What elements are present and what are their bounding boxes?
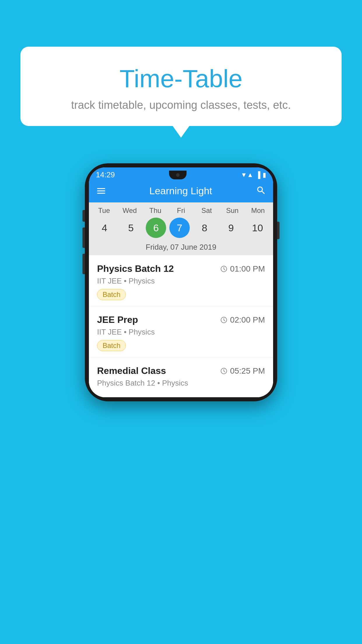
day-numbers-row: 45678910	[89, 215, 273, 241]
volume-up-button	[82, 228, 85, 248]
hamburger-line-1	[97, 188, 105, 189]
clock-icon	[220, 265, 228, 273]
wifi-icon: ▼▲	[241, 171, 254, 179]
hamburger-line-2	[97, 190, 105, 191]
calendar-day-number[interactable]: 5	[119, 218, 143, 238]
power-button	[277, 222, 280, 239]
status-time: 14:29	[96, 170, 115, 179]
schedule-time: 01:00 PM	[220, 264, 265, 274]
battery-icon: ▮	[263, 171, 266, 179]
hamburger-menu-button[interactable]	[97, 188, 105, 194]
status-bar: 14:29 ▼▲ ▐ ▮	[89, 167, 273, 179]
front-camera	[176, 173, 180, 177]
calendar-header: TueWedThuFriSatSunMon 45678910 Friday, 0…	[89, 202, 273, 255]
schedule-list: Physics Batch 12 01:00 PM IIT JEE • Phys…	[89, 255, 273, 397]
search-icon[interactable]	[256, 186, 265, 196]
schedule-item-header: Physics Batch 12 01:00 PM	[97, 263, 265, 274]
schedule-item-title: JEE Prep	[97, 314, 138, 325]
tooltip-title: Time-Table	[32, 64, 330, 93]
svg-line-1	[262, 191, 264, 193]
calendar-day-name: Mon	[246, 206, 270, 215]
signal-icon: ▐	[256, 171, 260, 179]
batch-badge: Batch	[97, 340, 126, 351]
schedule-subtitle: IIT JEE • Physics	[97, 328, 265, 337]
calendar-day-name: Thu	[144, 206, 167, 215]
schedule-time: 02:00 PM	[220, 315, 265, 325]
calendar-day-name: Wed	[118, 206, 141, 215]
selected-date-label: Friday, 07 June 2019	[89, 241, 273, 255]
app-header: Learning Light	[89, 179, 273, 202]
calendar-day-name: Tue	[92, 206, 116, 215]
phone-container: 14:29 ▼▲ ▐ ▮ Learning Light	[85, 163, 277, 401]
schedule-item[interactable]: Physics Batch 12 01:00 PM IIT JEE • Phys…	[89, 255, 273, 306]
tooltip-card: Time-Table track timetable, upcoming cla…	[20, 47, 342, 126]
calendar-day-number[interactable]: 4	[93, 218, 116, 238]
schedule-item[interactable]: Remedial Class 05:25 PM Physics Batch 12…	[89, 357, 273, 397]
calendar-day-name: Fri	[169, 206, 193, 215]
status-icons: ▼▲ ▐ ▮	[241, 171, 266, 179]
clock-icon	[220, 316, 228, 324]
schedule-item-header: JEE Prep 02:00 PM	[97, 314, 265, 325]
volume-down-button	[82, 254, 85, 274]
phone-notch	[169, 171, 187, 179]
calendar-day-number[interactable]: 7	[169, 218, 190, 238]
calendar-day-name: Sun	[221, 206, 244, 215]
calendar-day-name: Sat	[195, 206, 218, 215]
batch-badge: Batch	[97, 289, 126, 300]
app-title: Learning Light	[149, 185, 212, 197]
schedule-item-title: Physics Batch 12	[97, 263, 174, 274]
day-names-row: TueWedThuFriSatSunMon	[89, 206, 273, 215]
schedule-item-header: Remedial Class 05:25 PM	[97, 365, 265, 376]
clock-icon	[220, 367, 228, 375]
calendar-day-number[interactable]: 9	[219, 218, 243, 238]
calendar-day-number[interactable]: 10	[246, 218, 269, 238]
tooltip-subtitle: track timetable, upcoming classes, tests…	[32, 99, 330, 111]
volume-silent-button	[82, 210, 85, 222]
calendar-day-number[interactable]: 6	[146, 218, 166, 238]
schedule-item-title: Remedial Class	[97, 365, 166, 376]
phone-frame: 14:29 ▼▲ ▐ ▮ Learning Light	[85, 163, 277, 401]
schedule-subtitle: Physics Batch 12 • Physics	[97, 379, 265, 388]
hamburger-line-3	[97, 193, 105, 194]
phone-screen: 14:29 ▼▲ ▐ ▮ Learning Light	[89, 167, 273, 397]
calendar-day-number[interactable]: 8	[193, 218, 216, 238]
schedule-time: 05:25 PM	[220, 366, 265, 376]
schedule-subtitle: IIT JEE • Physics	[97, 276, 265, 286]
schedule-item[interactable]: JEE Prep 02:00 PM IIT JEE • Physics Batc…	[89, 306, 273, 357]
